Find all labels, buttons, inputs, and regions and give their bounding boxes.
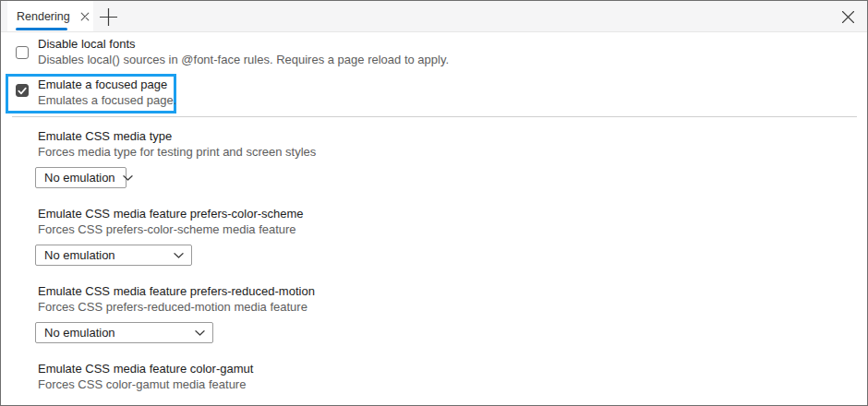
prefers-color-scheme-description: Forces CSS prefers-color-scheme media fe… xyxy=(38,222,296,237)
disable-local-fonts-checkbox[interactable] xyxy=(16,46,29,59)
color-gamut-label: Emulate CSS media feature color-gamut xyxy=(38,362,253,376)
chevron-down-icon xyxy=(174,253,184,258)
emulate-focused-page-label: Emulate a focused page xyxy=(38,78,167,92)
emulate-focused-page-checkbox[interactable] xyxy=(16,84,29,97)
checkmark-icon xyxy=(18,87,27,95)
media-type-select[interactable]: No emulation xyxy=(35,167,127,188)
prefers-color-scheme-select[interactable]: No emulation xyxy=(35,245,192,266)
prefers-reduced-motion-select-value: No emulation xyxy=(44,326,115,340)
color-gamut-description: Forces CSS color-gamut media feature xyxy=(38,377,246,392)
panel-close-button[interactable] xyxy=(836,6,860,28)
disable-local-fonts-description: Disables local() sources in @font-face r… xyxy=(38,53,449,67)
prefers-color-scheme-select-value: No emulation xyxy=(44,248,115,262)
prefers-reduced-motion-description: Forces CSS prefers-reduced-motion media … xyxy=(38,300,307,315)
section-divider xyxy=(12,116,857,117)
prefers-color-scheme-label: Emulate CSS media feature prefers-color-… xyxy=(38,207,304,221)
tab-close-button[interactable] xyxy=(78,10,91,23)
tab-bar: Rendering xyxy=(1,1,867,32)
emulate-focused-page-description: Emulates a focused page. xyxy=(38,93,176,108)
prefers-reduced-motion-label: Emulate CSS media feature prefers-reduce… xyxy=(38,284,315,299)
tab-rendering[interactable]: Rendering xyxy=(7,1,93,31)
plus-icon xyxy=(99,7,118,27)
x-icon xyxy=(80,12,90,21)
chevron-down-icon xyxy=(123,175,133,181)
rendering-panel: Rendering Disable local fonts Disables l… xyxy=(0,0,868,406)
media-type-select-value: No emulation xyxy=(44,171,115,185)
tab-label: Rendering xyxy=(17,10,70,23)
media-type-description: Forces media type for testing print and … xyxy=(38,145,316,160)
x-icon xyxy=(841,10,855,24)
add-tab-button[interactable] xyxy=(96,6,120,28)
prefers-reduced-motion-select[interactable]: No emulation xyxy=(35,322,213,343)
media-type-label: Emulate CSS media type xyxy=(38,129,172,144)
disable-local-fonts-label: Disable local fonts xyxy=(38,37,136,52)
active-tab-indicator xyxy=(16,28,67,30)
chevron-down-icon xyxy=(195,330,205,336)
